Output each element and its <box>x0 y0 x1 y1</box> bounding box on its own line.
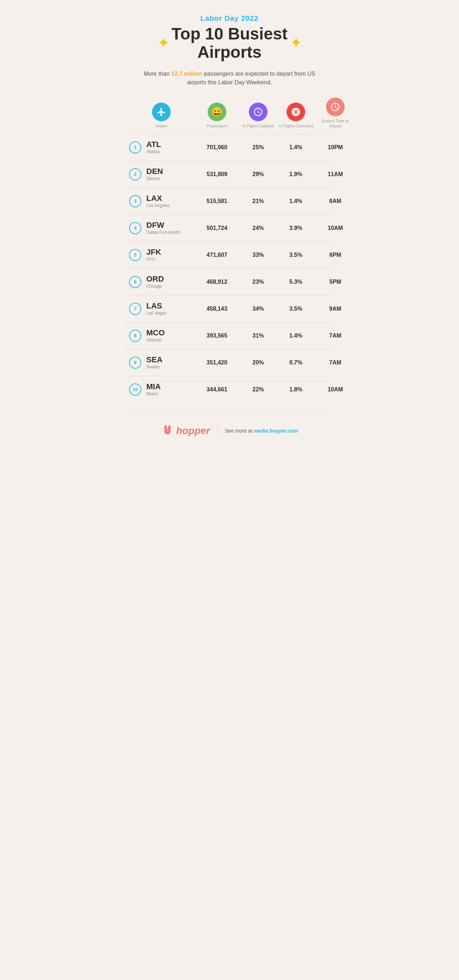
busiest-value: 10AM <box>316 225 355 231</box>
busiest-value: 7AM <box>316 360 355 366</box>
table-row: 5 JFK NYC 471,607 33% 3.5% 6PM <box>125 242 334 268</box>
passengers-value: 468,912 <box>194 279 240 285</box>
rank-badge: 1 <box>129 142 141 154</box>
delayed-value: 23% <box>240 279 276 285</box>
col-delayed-label: % Flights Delayed <box>242 123 274 129</box>
cancelled-value: 5.3% <box>276 279 316 285</box>
spark-right-icon: ✦ <box>291 36 301 50</box>
delayed-value: 21% <box>240 198 276 204</box>
cancelled-value: 1.4% <box>276 332 316 339</box>
subtitle: More than 12.7 million passengers are ex… <box>140 70 319 87</box>
airport-code: LAX <box>146 194 170 202</box>
airport-info: ORD Chicago <box>146 275 164 289</box>
cancelled-value: 1.8% <box>276 387 316 393</box>
table-row: 4 DFW Dallas Fort-Worth 501,724 24% 3.9%… <box>125 215 334 242</box>
passengers-value: 471,607 <box>194 252 240 258</box>
airport-info: ATL Atlanta <box>146 141 161 154</box>
airport-city: NYC <box>146 257 161 262</box>
col-busiest-label: Busiest Time to Depart <box>316 118 355 129</box>
airport-city: Los Angeles <box>146 203 170 208</box>
airport-table: 1 ATL Atlanta 701,060 25% 1.4% 10PM 2 DE… <box>125 134 334 403</box>
busiest-value: 9AM <box>316 305 355 312</box>
airport-info: JFK NYC <box>146 248 161 262</box>
cancelled-value: 1.4% <box>276 198 316 204</box>
busiest-value: 5PM <box>316 279 355 285</box>
table-row: 6 ORD Chicago 468,912 23% 5.3% 5PM <box>125 268 334 295</box>
footer: hopper See more at media.hopper.com <box>125 416 334 439</box>
see-more-text: See more at <box>225 428 254 434</box>
cancelled-value: 1.4% <box>276 144 316 151</box>
col-cancelled-label: % Flights Cancelled <box>278 123 313 129</box>
delayed-value: 33% <box>240 252 276 258</box>
passengers-value: 458,143 <box>194 305 240 312</box>
subtitle-highlight: 12.7 million <box>171 71 202 77</box>
rank-badge: 7 <box>129 303 141 315</box>
airport-city: Seattle <box>146 364 162 369</box>
rank-badge: 8 <box>129 330 141 342</box>
main-container: Labor Day 2022 ✦ Top 10 Busiest Airports… <box>115 0 344 980</box>
hopper-text: hopper <box>176 425 210 437</box>
airport-info: MIA Miami <box>146 383 160 396</box>
airport-info: LAS Las Vegas <box>146 302 167 316</box>
airport-cell: 8 MCO Orlando <box>129 329 194 342</box>
footer-url[interactable]: media.hopper.com <box>254 428 298 434</box>
airport-code: JFK <box>146 248 161 256</box>
col-busiest: Busiest Time to Depart <box>316 97 355 129</box>
col-passengers-label: Passengers <box>206 123 227 129</box>
passengers-value: 501,724 <box>194 225 240 231</box>
delayed-value: 29% <box>240 171 276 178</box>
col-passengers: 😄 Passengers <box>194 103 240 129</box>
airport-icon <box>152 103 171 121</box>
table-row: 7 LAS Las Vegas 458,143 34% 3.5% 9AM <box>125 295 334 322</box>
main-title: ✦ Top 10 Busiest Airports ✦ <box>125 25 334 61</box>
cancelled-value: 3.5% <box>276 305 316 312</box>
airport-cell: 6 ORD Chicago <box>129 275 194 289</box>
airport-city: Las Vegas <box>146 311 167 316</box>
column-headers: Airport 😄 Passengers % Flights Delayed %… <box>125 97 334 132</box>
busiest-value: 11AM <box>316 171 355 178</box>
delayed-value: 24% <box>240 225 276 231</box>
header: Labor Day 2022 ✦ Top 10 Busiest Airports… <box>125 14 334 61</box>
airport-code: DFW <box>146 221 180 229</box>
delayed-value: 25% <box>240 144 276 151</box>
spark-left-icon: ✦ <box>158 36 168 50</box>
cancelled-value: 3.5% <box>276 252 316 258</box>
svg-point-6 <box>168 430 168 431</box>
rank-badge: 6 <box>129 276 141 288</box>
airport-cell: 3 LAX Los Angeles <box>129 194 194 208</box>
airport-code: ORD <box>146 275 164 283</box>
hopper-bunny-icon <box>161 423 174 439</box>
airport-info: DEN Denver <box>146 167 163 181</box>
passengers-value: 701,060 <box>194 144 240 151</box>
rank-badge: 2 <box>129 168 141 180</box>
airport-city: Chicago <box>146 284 164 289</box>
cancelled-value: 3.9% <box>276 225 316 231</box>
svg-point-5 <box>167 430 167 431</box>
airport-code: SEA <box>146 356 162 364</box>
table-row: 3 LAX Los Angeles 515,581 21% 1.4% 8AM <box>125 188 334 215</box>
label-labor-day: Labor Day 2022 <box>125 14 334 22</box>
passengers-value: 531,809 <box>194 171 240 178</box>
airport-code: MIA <box>146 383 160 391</box>
airport-city: Denver <box>146 176 163 181</box>
table-row: 9 SEA Seattle 351,420 20% 0.7% 7AM <box>125 349 334 376</box>
airport-code: ATL <box>146 141 161 148</box>
airport-info: SEA Seattle <box>146 356 162 369</box>
col-delayed: % Flights Delayed <box>240 103 276 129</box>
cancelled-icon <box>286 103 305 121</box>
passengers-value: 344,661 <box>194 387 240 393</box>
passengers-value: 351,420 <box>194 360 240 366</box>
airport-city: Dallas Fort-Worth <box>146 230 180 235</box>
airport-code: DEN <box>146 167 163 175</box>
delayed-value: 22% <box>240 387 276 393</box>
subtitle-before: More than <box>144 71 171 77</box>
title-line2: Airports <box>172 43 287 61</box>
airport-city: Miami <box>146 391 160 396</box>
table-row: 8 MCO Orlando 393,565 31% 1.4% 7AM <box>125 322 334 349</box>
busiest-value: 10AM <box>316 387 355 393</box>
airport-code: MCO <box>146 329 165 337</box>
airport-cell: 5 JFK NYC <box>129 248 194 262</box>
busiest-value: 8AM <box>316 198 355 204</box>
svg-point-4 <box>166 429 169 432</box>
busiest-icon <box>326 97 345 116</box>
